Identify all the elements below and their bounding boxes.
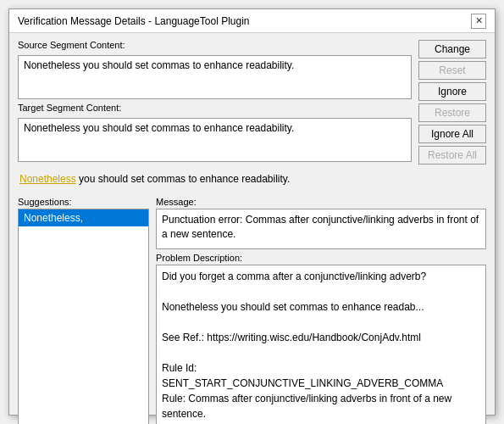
ignore-button[interactable]: Ignore [418,82,486,101]
target-segment-input[interactable] [18,118,412,162]
problem-desc-label: Problem Description: [156,253,486,263]
problem-desc-content: Did you forget a comma after a conjuncti… [162,269,480,424]
highlighted-rest: you should set commas to enhance readabi… [76,173,291,185]
suggestions-panel: Suggestions: Nonetheless, [18,197,149,424]
restore-all-button[interactable]: Restore All [418,146,486,165]
highlighted-word: Nonetheless [19,173,76,185]
prob-line-5: Rule: Commas after conjunctive/linking a… [162,391,468,421]
highlighted-sentence: Nonetheless you should set commas to enh… [18,168,486,190]
segments-area: Source Segment Content: Target Segment C… [18,40,412,165]
dialog-body: Source Segment Content: Target Segment C… [9,33,495,424]
suggestion-item[interactable]: Nonetheless, [19,209,148,226]
change-button[interactable]: Change [418,40,486,59]
dialog: Verification Message Details - LanguageT… [8,8,496,416]
prob-line-2: Nonetheless you should set commas to enh… [162,299,468,315]
suggestions-list[interactable]: Nonetheless, [18,209,149,424]
top-area: Source Segment Content: Target Segment C… [18,40,486,165]
target-segment-label: Target Segment Content: [18,103,412,113]
prob-line-4: Rule Id: SENT_START_CONJUNCTIVE_LINKING_… [162,360,468,391]
prob-line-3: See Ref.: https://writing.wisc.edu/Handb… [162,330,468,345]
message-panel: Message: Punctuation error: Commas after… [156,197,486,424]
prob-line-1: Did you forget a comma after a conjuncti… [162,269,468,284]
dialog-title: Verification Message Details - LanguageT… [18,15,250,27]
source-segment-label: Source Segment Content: [18,40,412,50]
suggestions-label: Suggestions: [18,197,149,207]
problem-desc-box[interactable]: Did you forget a comma after a conjuncti… [156,265,486,424]
ignore-all-button[interactable]: Ignore All [418,125,486,143]
message-label: Message: [156,197,486,207]
message-box: Punctuation error: Commas after conjunct… [156,209,486,249]
restore-button[interactable]: Restore [418,103,486,122]
title-bar: Verification Message Details - LanguageT… [9,9,495,33]
reset-button[interactable]: Reset [418,61,486,80]
bottom-area: Suggestions: Nonetheless, Message: Punct… [18,197,486,424]
close-icon[interactable]: ✕ [471,14,486,29]
source-segment-input[interactable] [18,55,412,99]
buttons-column: Change Reset Ignore Restore Ignore All R… [418,40,486,165]
